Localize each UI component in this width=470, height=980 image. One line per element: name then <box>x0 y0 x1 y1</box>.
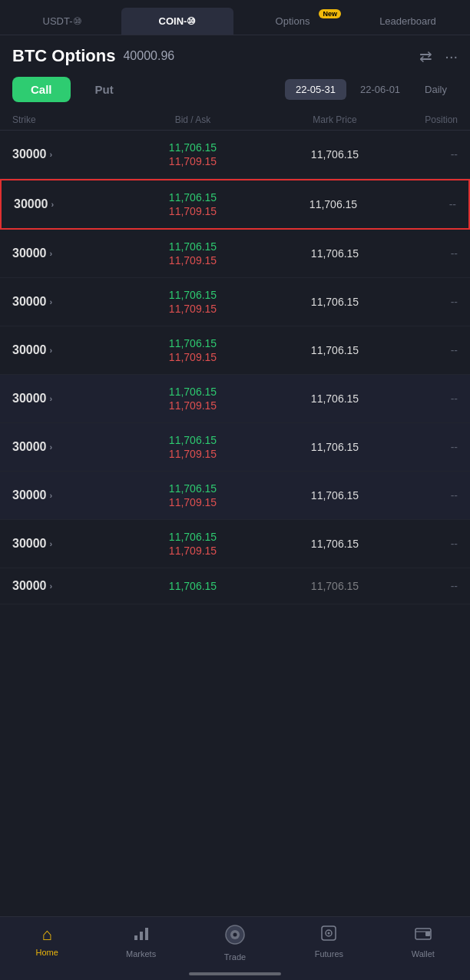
mark-price-cell: 11,706.15 <box>281 296 389 308</box>
ask-price: 11,709.15 <box>169 303 217 315</box>
table-row[interactable]: 30000 › 11,706.15 11,709.15 11,706.15 -- <box>0 326 470 375</box>
table-row[interactable]: 30000 › 11,706.15 11,709.15 11,706.15 -- <box>0 423 470 472</box>
table-row[interactable]: 30000 › 11,706.15 11,709.15 11,706.15 -- <box>0 520 470 568</box>
home-label: Home <box>36 948 58 957</box>
bottom-nav-futures[interactable]: Futures <box>306 925 352 962</box>
svg-rect-2 <box>145 928 148 940</box>
position-cell: -- <box>389 392 458 405</box>
strike-arrow-icon: › <box>50 581 53 591</box>
bottom-nav: ⌂ Home Markets Trade <box>0 916 470 980</box>
strike-arrow-icon: › <box>50 346 53 355</box>
put-tab[interactable]: Put <box>77 77 132 102</box>
strike-cell: 30000 › <box>12 488 104 502</box>
bid-price: 11,706.15 <box>169 191 217 204</box>
bid-price: 11,706.15 <box>169 482 217 495</box>
bottom-nav-wallet[interactable]: Wallet <box>400 925 446 962</box>
btc-price: 40000.96 <box>123 49 174 63</box>
ask-price: 11,709.15 <box>169 545 217 557</box>
top-nav: USDT-⑩ COIN-⑩ New Options Leaderboard <box>0 0 470 35</box>
table-row[interactable]: 30000 › 11,706.15 11,709.15 11,706.15 -- <box>0 375 470 423</box>
bid-ask-cell: 11,706.15 11,709.15 <box>104 240 281 267</box>
option-type-tabs: Call Put 22-05-31 22-06-01 Daily <box>0 72 470 107</box>
strike-cell: 30000 › <box>12 392 104 406</box>
home-icon: ⌂ <box>42 925 52 945</box>
bid-ask-cell: 11,706.15 <box>104 580 281 592</box>
mark-price-cell: 11,706.15 <box>281 344 389 356</box>
nav-tab-usdt[interactable]: USDT-⑩ <box>6 8 118 35</box>
date-tab-2[interactable]: Daily <box>414 79 458 100</box>
svg-rect-1 <box>140 932 143 940</box>
table-row[interactable]: 30000 › 11,706.15 11,709.15 11,706.15 -- <box>0 131 470 179</box>
strike-cell: 30000 › <box>12 295 104 309</box>
strike-cell: 30000 › <box>12 247 104 260</box>
mark-price-cell: 11,706.15 <box>281 247 389 260</box>
bid-ask-cell: 11,706.15 11,709.15 <box>104 386 281 412</box>
position-cell: -- <box>387 198 456 210</box>
bid-price: 11,706.15 <box>169 141 217 154</box>
bid-ask-cell: 11,706.15 11,709.15 <box>104 531 281 557</box>
markets-label: Markets <box>126 949 156 958</box>
position-cell: -- <box>389 489 458 502</box>
mark-price-col-header: Mark Price <box>281 114 389 125</box>
nav-tab-options[interactable]: New Options <box>237 8 349 35</box>
ask-price: 11,709.15 <box>169 254 217 267</box>
header-icons: ⇄ ··· <box>419 47 458 65</box>
bid-ask-cell: 11,706.15 11,709.15 <box>106 191 280 217</box>
ask-price: 11,709.15 <box>169 155 217 167</box>
strike-cell: 30000 › <box>12 537 104 551</box>
mark-price-cell: 11,706.15 <box>281 392 389 405</box>
strike-cell: 30000 › <box>12 147 104 161</box>
futures-icon <box>320 925 337 946</box>
markets-icon <box>133 925 150 946</box>
position-cell: -- <box>389 538 458 550</box>
wallet-icon <box>415 925 432 946</box>
new-badge: New <box>319 9 341 18</box>
svg-rect-0 <box>134 935 137 940</box>
strike-col-header: Strike <box>12 114 104 125</box>
strike-arrow-icon: › <box>50 249 53 258</box>
strike-arrow-icon: › <box>50 150 53 159</box>
table-row-partial[interactable]: 30000 › 11,706.15 11,706.15 -- <box>0 568 470 604</box>
strike-cell: 30000 › <box>14 197 106 211</box>
mark-price-cell: 11,706.15 <box>281 441 389 453</box>
position-cell: -- <box>389 441 458 453</box>
mark-price-cell: 11,706.15 <box>281 538 389 550</box>
bottom-nav-markets[interactable]: Markets <box>118 925 164 962</box>
strike-cell: 30000 › <box>12 440 104 454</box>
call-tab[interactable]: Call <box>12 77 71 102</box>
table-row[interactable]: 30000 › 11,706.15 11,709.15 11,706.15 -- <box>0 278 470 326</box>
bid-ask-cell: 11,706.15 11,709.15 <box>104 141 281 167</box>
ask-price: 11,709.15 <box>169 351 217 363</box>
home-indicator <box>189 972 281 975</box>
ask-price: 11,709.15 <box>169 496 217 508</box>
bid-ask-cell: 11,706.15 11,709.15 <box>104 482 281 508</box>
more-options-icon[interactable]: ··· <box>445 48 458 65</box>
nav-tab-leaderboard[interactable]: Leaderboard <box>352 8 464 35</box>
futures-label: Futures <box>315 949 343 958</box>
bid-ask-cell: 11,706.15 11,709.15 <box>104 434 281 460</box>
bid-price: 11,706.15 <box>169 580 217 592</box>
options-table: 30000 › 11,706.15 11,709.15 11,706.15 --… <box>0 131 470 604</box>
bid-ask-cell: 11,706.15 11,709.15 <box>104 337 281 363</box>
table-row[interactable]: 30000 › 11,706.15 11,709.15 11,706.15 -- <box>0 179 470 230</box>
nav-tab-coin[interactable]: COIN-⑩ <box>121 8 233 35</box>
table-row[interactable]: 30000 › 11,706.15 11,709.15 11,706.15 -- <box>0 472 470 520</box>
bid-price: 11,706.15 <box>169 337 217 349</box>
bottom-nav-trade[interactable]: Trade <box>212 925 258 962</box>
transfer-icon[interactable]: ⇄ <box>419 47 432 65</box>
column-headers: Strike Bid / Ask Mark Price Position <box>0 110 470 131</box>
page-title: BTC Options <box>12 46 115 66</box>
table-row[interactable]: 30000 › 11,706.15 11,709.15 11,706.15 -- <box>0 230 470 278</box>
svg-rect-10 <box>425 932 430 936</box>
bottom-nav-home[interactable]: ⌂ Home <box>24 925 70 962</box>
bid-price: 11,706.15 <box>169 531 217 543</box>
ask-price: 11,709.15 <box>169 205 217 217</box>
bid-ask-col-header: Bid / Ask <box>104 114 281 125</box>
position-cell: -- <box>389 296 458 308</box>
ask-price: 11,709.15 <box>169 399 217 412</box>
strike-arrow-icon: › <box>50 297 53 306</box>
strike-arrow-icon: › <box>50 394 53 403</box>
date-tab-1[interactable]: 22-06-01 <box>349 79 411 100</box>
date-tab-0[interactable]: 22-05-31 <box>285 79 346 100</box>
mark-price-cell: 11,706.15 <box>281 489 389 502</box>
